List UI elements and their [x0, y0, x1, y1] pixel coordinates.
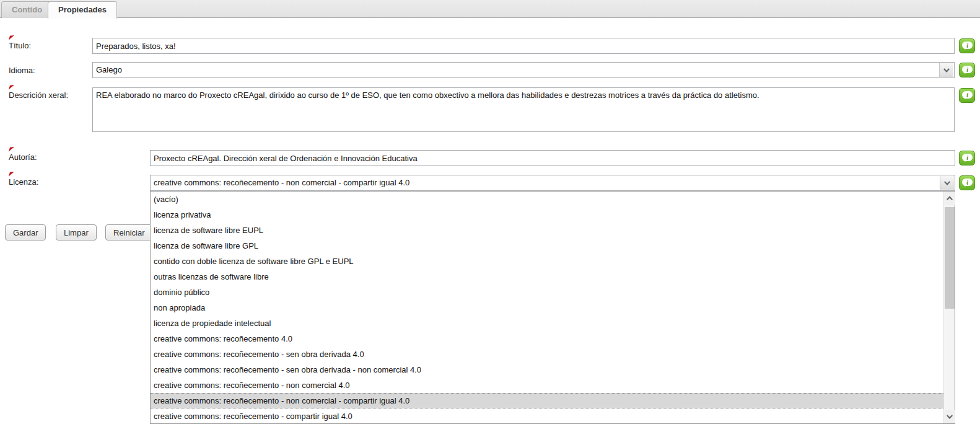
info-icon: i [962, 154, 973, 161]
chevron-down-icon [947, 413, 953, 419]
chevron-down-icon [944, 179, 950, 185]
dropdown-option[interactable]: creative commons: recoñecemento - sen ob… [151, 362, 943, 377]
gardar-button[interactable]: Gardar [5, 224, 46, 241]
info-icon: i [962, 42, 973, 49]
dropdown-option[interactable]: outras licenzas de software libre [151, 269, 943, 285]
dropdown-option[interactable]: licenza de software libre GPL [151, 238, 943, 254]
titulo-input[interactable] [92, 38, 955, 54]
idioma-info-button[interactable]: i [959, 63, 975, 77]
scrollbar-thumb[interactable] [945, 207, 955, 309]
required-marker-icon [9, 147, 14, 152]
limpar-button[interactable]: Limpar [56, 224, 97, 241]
titulo-label: Título: [9, 41, 31, 50]
dropdown-scrollbar[interactable] [943, 192, 955, 423]
licenza-selected-value: creative commons: recoñecemento - non co… [154, 178, 409, 187]
idioma-select[interactable]: Galego [92, 62, 955, 78]
descricion-label: Descrición xeral: [9, 90, 68, 100]
dropdown-option[interactable]: licenza de software libre EUPL [151, 223, 943, 238]
licenza-select[interactable]: creative commons: recoñecemento - non co… [150, 175, 955, 191]
tab-contido[interactable]: Contido [1, 1, 53, 18]
licenza-dropdown-list: (vacío) licenza privativa licenza de sof… [150, 191, 955, 424]
dropdown-option[interactable]: creative commons: recoñecemento - compar… [151, 408, 943, 423]
idioma-dropdown-button[interactable] [939, 63, 953, 77]
info-icon: i [962, 179, 973, 186]
autoria-input[interactable] [150, 150, 955, 166]
properties-form-page: Contido Propiedades Título: i Idioma: Ga… [0, 0, 980, 437]
tab-propiedades[interactable]: Propiedades [48, 1, 117, 19]
dropdown-option[interactable]: creative commons: recoñecemento - non co… [151, 377, 943, 393]
required-marker-icon [9, 172, 14, 177]
autoria-info-button[interactable]: i [959, 151, 975, 166]
dropdown-option[interactable]: dominio público [151, 285, 943, 300]
dropdown-option[interactable]: non apropiada [151, 300, 943, 316]
licenza-info-button[interactable]: i [959, 175, 975, 190]
tab-bar: Contido Propiedades [0, 0, 980, 18]
licenza-label: Licenza: [9, 177, 38, 187]
scroll-up-button[interactable] [944, 192, 955, 205]
chevron-up-icon [947, 196, 953, 203]
idioma-label: Idioma: [9, 66, 35, 75]
autoria-label: Autoría: [9, 152, 37, 162]
dropdown-option[interactable]: creative commons: recoñecemento 4.0 [151, 331, 943, 347]
dropdown-option[interactable]: (vacío) [151, 192, 943, 207]
titulo-info-button[interactable]: i [959, 38, 975, 53]
idioma-selected-value: Galego [96, 65, 122, 74]
chevron-down-icon [943, 66, 950, 73]
dropdown-option-selected[interactable]: creative commons: recoñecemento - non co… [151, 393, 943, 408]
dropdown-options: (vacío) licenza privativa licenza de sof… [151, 192, 943, 423]
dropdown-option[interactable]: licenza privativa [151, 207, 943, 223]
dropdown-option[interactable]: contido con doble licenza de software li… [151, 254, 943, 269]
licenza-dropdown-button[interactable] [940, 176, 954, 190]
descricion-info-button[interactable]: i [959, 88, 975, 103]
scroll-down-button[interactable] [944, 410, 955, 423]
reiniciar-button[interactable]: Reiniciar [105, 224, 153, 241]
descricion-textarea[interactable]: REA elaborado no marco do Proxecto cREAg… [92, 87, 955, 132]
info-icon: i [962, 66, 973, 73]
required-marker-icon [9, 85, 14, 90]
info-icon: i [962, 91, 973, 99]
dropdown-option[interactable]: licenza de propiedade intelectual [151, 316, 943, 331]
dropdown-option[interactable]: creative commons: recoñecemento - sen ob… [151, 347, 943, 362]
required-marker-icon [9, 35, 14, 40]
